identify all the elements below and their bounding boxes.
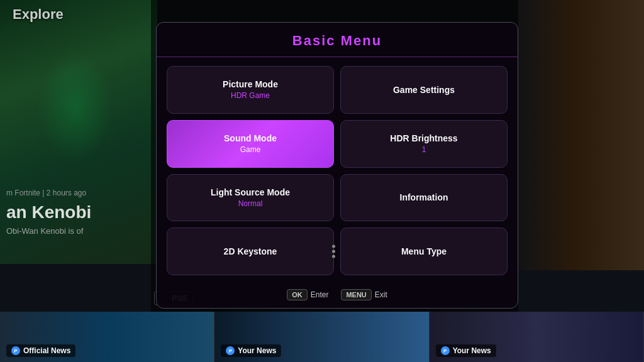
menu-item-picture-mode[interactable]: Picture Mode HDR Game [167, 66, 334, 114]
game-art-glow [38, 50, 113, 163]
picture-mode-value: HDR Game [231, 91, 270, 100]
hdr-brightness-value: 1 [422, 145, 426, 154]
2d-keystone-label: 2D Keystone [224, 246, 277, 256]
menu-badge: MENU [341, 289, 371, 300]
ok-action-text: Enter [311, 290, 329, 299]
hdr-brightness-label: HDR Brightness [390, 133, 457, 143]
menu-item-2d-keystone[interactable]: 2D Keystone [167, 228, 334, 275]
your-news-icon-1: P [226, 346, 235, 355]
sound-mode-label: Sound Mode [224, 133, 277, 143]
menu-item-information[interactable]: Information [340, 174, 508, 222]
your-news-1-text: Your News [238, 346, 276, 355]
character-area [506, 0, 644, 270]
left-from-text: m Fortnite | 2 hours ago [6, 189, 91, 197]
news-item-your-news-2[interactable]: P Your News [430, 312, 644, 362]
official-news-text: Official News [23, 346, 70, 355]
your-news-2-text: Your News [453, 346, 491, 355]
menu-item-sound-mode[interactable]: Sound Mode Game [167, 120, 334, 168]
menu-action-text: Exit [375, 290, 387, 299]
three-dots-indicator [332, 245, 335, 258]
menu-title-bar: Basic Menu [157, 23, 518, 57]
news-item-official[interactable]: P Official News [0, 312, 214, 362]
menu-item-game-settings[interactable]: Game Settings [340, 66, 508, 114]
ok-button-area: OK Enter [287, 289, 328, 300]
sound-mode-value: Game [240, 145, 261, 154]
left-title-text: an Kenobi [6, 202, 91, 222]
news-item-your-news-1[interactable]: P Your News [214, 312, 429, 362]
your-news-1-label-container: P Your News [221, 344, 281, 357]
official-news-label-container: P Official News [6, 344, 75, 357]
left-desc-text: Obi-Wan Kenobi is of [6, 226, 91, 236]
your-news-2-label-container: P Your News [436, 344, 496, 357]
left-info-panel: m Fortnite | 2 hours ago an Kenobi Obi-W… [6, 189, 91, 236]
your-news-icon-2: P [441, 346, 450, 355]
game-settings-label: Game Settings [393, 85, 455, 95]
light-source-mode-value: Normal [238, 199, 263, 208]
light-source-mode-label: Light Source Mode [211, 187, 290, 197]
menu-type-label: Menu Type [401, 246, 447, 256]
information-label: Information [400, 192, 448, 202]
menu-title: Basic Menu [169, 33, 505, 49]
menu-item-hdr-brightness[interactable]: HDR Brightness 1 [340, 120, 508, 168]
basic-menu-panel: Basic Menu Picture Mode HDR Game Game Se… [156, 22, 518, 309]
menu-button-area: MENU Exit [341, 289, 387, 300]
menu-item-light-source-mode[interactable]: Light Source Mode Normal [167, 174, 334, 222]
playstation-icon: P [11, 346, 20, 355]
menu-grid: Picture Mode HDR Game Game Settings Soun… [157, 57, 518, 284]
ok-badge: OK [287, 289, 308, 300]
picture-mode-label: Picture Mode [223, 79, 278, 89]
explore-label: Explore [13, 6, 64, 23]
menu-item-menu-type[interactable]: Menu Type [340, 228, 508, 275]
menu-footer: OK Enter MENU Exit [157, 284, 518, 308]
news-bar: P Official News P Your News P Your News [0, 312, 644, 362]
